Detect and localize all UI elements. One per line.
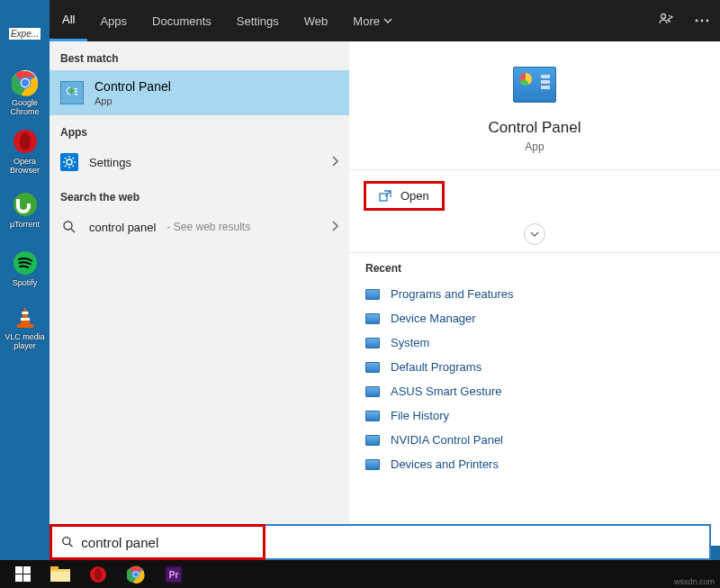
svg-line-29 <box>73 158 74 158</box>
best-match-item[interactable]: Control Panel App <box>50 70 349 115</box>
svg-text:Pr: Pr <box>169 570 179 580</box>
svg-point-33 <box>63 538 70 545</box>
recent-label: Device Manager <box>391 312 476 325</box>
detail-panel: Control Panel App Open Recent Programs a… <box>349 41 720 546</box>
panel-item-icon <box>365 289 380 300</box>
open-icon <box>379 190 392 203</box>
tab-settings[interactable]: Settings <box>224 0 292 41</box>
feedback-icon[interactable] <box>648 0 684 41</box>
desktop-icon-chrome[interactable]: Google Chrome <box>0 68 50 117</box>
svg-rect-37 <box>50 572 70 582</box>
web-result-item[interactable]: control panel - See web results <box>50 209 349 245</box>
web-hint: - See web results <box>166 221 250 233</box>
more-options-icon[interactable] <box>684 0 720 41</box>
chevron-down-icon <box>383 16 392 25</box>
desktop-icon-label: µTorrent <box>10 220 40 229</box>
svg-point-12 <box>662 14 666 19</box>
svg-point-14 <box>701 20 704 23</box>
panel-item-icon <box>365 386 380 397</box>
tab-web[interactable]: Web <box>292 0 341 41</box>
file-explorer-icon <box>50 566 70 583</box>
svg-point-13 <box>696 20 698 23</box>
desktop-icon-utorrent[interactable]: µTorrent <box>0 185 50 234</box>
search-input[interactable] <box>81 535 254 550</box>
svg-point-3 <box>22 79 29 86</box>
desktop-icon-vlc[interactable]: VLC media player <box>0 302 50 351</box>
panel-item-icon <box>365 459 380 470</box>
taskbar: Pr <box>0 560 720 588</box>
svg-rect-18 <box>75 91 77 92</box>
chevron-right-icon <box>331 221 338 234</box>
desktop-icon-opera[interactable]: Opera Browser <box>0 126 50 176</box>
recent-label: Default Programs <box>391 360 482 374</box>
recent-item-default-programs[interactable]: Default Programs <box>355 355 715 379</box>
tab-apps[interactable]: Apps <box>87 0 140 41</box>
search-icon <box>61 535 74 549</box>
panel-item-icon <box>365 435 380 446</box>
control-panel-icon <box>60 81 84 104</box>
search-box[interactable] <box>50 524 266 560</box>
recent-item-programs-features[interactable]: Programs and Features <box>355 282 715 306</box>
recent-label: System <box>391 336 429 349</box>
search-tabs: All Apps Documents Settings Web More <box>50 0 720 41</box>
detail-subtitle: App <box>525 140 544 153</box>
opera-icon <box>11 127 40 156</box>
spotify-icon <box>11 249 40 277</box>
desktop-icon-experience[interactable]: Expe... <box>0 9 50 59</box>
tab-all[interactable]: All <box>50 0 87 41</box>
svg-line-26 <box>65 158 66 158</box>
expand-toggle[interactable] <box>349 222 720 252</box>
start-button[interactable] <box>4 560 41 588</box>
experience-badge: Expe... <box>9 28 40 40</box>
tab-more[interactable]: More <box>340 0 405 41</box>
results-panel: Best match Control Panel App Apps Settin… <box>50 41 349 546</box>
panel-item-icon <box>365 313 380 324</box>
svg-line-27 <box>73 166 74 167</box>
recent-item-devices-printers[interactable]: Devices and Printers <box>355 452 715 476</box>
svg-rect-9 <box>22 312 28 314</box>
control-panel-large-icon <box>513 67 556 103</box>
taskbar-file-explorer[interactable] <box>41 560 79 588</box>
vlc-icon <box>11 303 40 331</box>
recent-item-system[interactable]: System <box>355 330 715 355</box>
recent-list: Programs and Features Device Manager Sys… <box>349 282 720 476</box>
chevron-right-icon <box>331 156 338 169</box>
open-label: Open <box>400 189 429 203</box>
open-button[interactable]: Open <box>364 181 445 211</box>
desktop-icon-label: VLC media player <box>0 332 50 350</box>
panel-item-icon <box>365 411 380 421</box>
settings-gear-icon <box>60 153 78 171</box>
best-match-subtitle: App <box>94 95 171 106</box>
recent-item-nvidia-control-panel[interactable]: NVIDIA Control Panel <box>355 428 715 452</box>
detail-title: Control Panel <box>488 119 580 137</box>
windows-logo-icon <box>15 566 31 582</box>
premiere-icon: Pr <box>165 565 183 583</box>
search-remainder[interactable] <box>266 524 711 560</box>
recent-label: File History <box>391 409 449 422</box>
svg-line-31 <box>71 229 75 232</box>
best-match-header: Best match <box>50 41 349 70</box>
taskbar-opera[interactable] <box>79 560 117 588</box>
tab-documents[interactable]: Documents <box>140 0 224 41</box>
svg-point-5 <box>20 132 31 150</box>
desktop-icons: Expe... Google Chrome Opera Browser µTor… <box>0 0 50 351</box>
search-bar <box>50 524 711 560</box>
opera-icon <box>89 565 107 583</box>
recent-item-file-history[interactable]: File History <box>355 403 715 428</box>
svg-rect-17 <box>75 88 77 89</box>
recent-item-device-manager[interactable]: Device Manager <box>355 306 715 330</box>
chevron-down-icon <box>530 230 539 239</box>
panel-item-icon <box>365 338 380 348</box>
panel-item-icon <box>365 362 380 373</box>
svg-rect-11 <box>17 324 33 328</box>
desktop-icon-spotify[interactable]: Spotify <box>0 243 50 293</box>
recent-header: Recent <box>349 253 720 282</box>
watermark: wsxdn.com <box>674 577 715 586</box>
recent-item-asus-smart-gesture[interactable]: ASUS Smart Gesture <box>355 379 715 403</box>
apps-item-settings[interactable]: Settings <box>50 144 349 180</box>
svg-line-28 <box>65 166 66 167</box>
taskbar-premiere[interactable]: Pr <box>155 560 193 588</box>
svg-point-30 <box>64 222 72 230</box>
taskbar-chrome[interactable] <box>117 560 155 588</box>
svg-marker-8 <box>20 306 31 326</box>
